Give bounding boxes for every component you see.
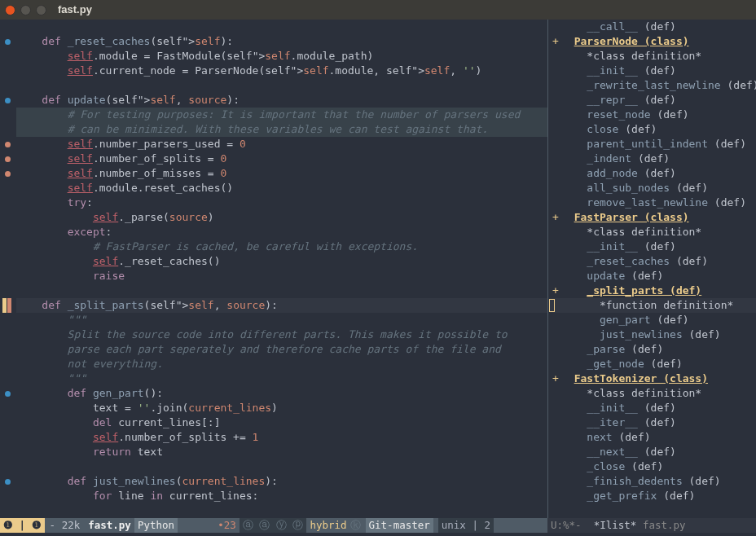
code-line[interactable]: try: — [16, 196, 547, 210]
gutter-mark — [0, 49, 15, 64]
outline-item[interactable]: gen_part (def) — [550, 313, 756, 327]
outline-item[interactable]: + ParserNode (class) — [550, 34, 756, 49]
outline-item[interactable]: *class definition* — [550, 225, 756, 239]
modeline-mode: Python — [134, 518, 178, 533]
outline-item[interactable]: close (def) — [550, 122, 756, 137]
code-line[interactable]: del current_lines[:] — [16, 415, 547, 430]
outline-item[interactable]: __repr__ (def) — [550, 93, 756, 108]
outline-item[interactable]: + FastParser (class) — [550, 210, 756, 225]
outline-item[interactable]: *function definition* — [550, 298, 756, 313]
code-line[interactable]: # FastParser is cached, be careful with … — [16, 239, 547, 254]
outline-item[interactable]: all_sub_nodes (def) — [550, 181, 756, 196]
outline-item[interactable]: just_newlines (def) — [550, 327, 756, 342]
outline-item[interactable]: *class definition* — [550, 49, 756, 64]
code-line[interactable]: def just_newlines(current_lines): — [16, 474, 547, 489]
code-line[interactable]: def gen_part(): — [16, 386, 547, 401]
outline-item[interactable]: next (def) — [550, 430, 756, 445]
modeline-right-prefix: U:%*- — [551, 518, 594, 533]
outline-sidebar[interactable]: __call__ (def)+ ParserNode (class) *clas… — [547, 20, 756, 518]
modeline-size: - 22k — [45, 518, 86, 533]
code-line[interactable]: self._reset_caches() — [16, 254, 547, 269]
gutter-mark — [0, 269, 15, 283]
code-line[interactable]: self.number_parsers_used = 0 — [16, 137, 547, 152]
code-line[interactable]: parse each part seperately and therefore… — [16, 342, 547, 357]
outline-item[interactable]: _reset_caches (def) — [550, 254, 756, 269]
modeline-git: Git-master — [366, 518, 433, 533]
outline-item[interactable]: *class definition* — [550, 386, 756, 401]
outline-item[interactable]: update (def) — [550, 269, 756, 283]
outline-item[interactable]: reset_node (def) — [550, 108, 756, 122]
gutter-mark — [0, 78, 15, 93]
gutter-mark — [0, 64, 15, 78]
outline-item[interactable]: add_node (def) — [550, 166, 756, 181]
outline-cursor-mark — [549, 299, 555, 312]
outline-item[interactable]: _get_node (def) — [550, 357, 756, 371]
code-line[interactable]: def _split_parts(self">self, source): — [16, 298, 547, 313]
code-line[interactable]: # For testing purposes: It is important … — [16, 108, 547, 122]
code-line[interactable]: Split the source code into different par… — [16, 327, 547, 342]
code-line[interactable]: self.module.reset_caches() — [16, 181, 547, 196]
code-line[interactable]: self._parse(source) — [16, 210, 547, 225]
outline-item[interactable]: __init__ (def) — [550, 64, 756, 78]
modeline-k: ⓚ — [350, 518, 361, 533]
gutter-mark — [0, 181, 15, 196]
outline-item[interactable]: _get_prefix (def) — [550, 489, 756, 503]
maximize-icon[interactable] — [36, 5, 46, 15]
gutter-mark — [0, 137, 15, 152]
gutter-mark — [0, 20, 15, 34]
gutter-mark — [0, 474, 15, 489]
code-line[interactable]: # can be minimized. With these variables… — [16, 122, 547, 137]
code-line[interactable]: self.module = FastModule(self">self.modu… — [16, 49, 547, 64]
outline-item[interactable]: + FastTokenizer (class) — [550, 371, 756, 386]
gutter-mark — [0, 459, 15, 474]
code-line[interactable]: self.number_of_misses = 0 — [16, 166, 547, 181]
gutter-mark — [0, 254, 15, 269]
outline-item[interactable]: _indent (def) — [550, 152, 756, 166]
code-line[interactable] — [16, 283, 547, 298]
minimize-icon[interactable] — [20, 5, 31, 15]
outline-item[interactable]: __iter__ (def) — [550, 415, 756, 430]
code-line[interactable]: def _reset_caches(self">self): — [16, 34, 547, 49]
outline-item[interactable]: parent_until_indent (def) — [550, 137, 756, 152]
code-line[interactable]: return text — [16, 445, 547, 459]
outline-item[interactable]: __next__ (def) — [550, 445, 756, 459]
code-line[interactable]: for line in current_lines: — [16, 489, 547, 503]
code-editor[interactable]: def _reset_caches(self">self): self.modu… — [15, 20, 547, 518]
modeline-modified: •23 — [218, 519, 236, 531]
outline-item[interactable]: _rewrite_last_newline (def) — [550, 78, 756, 93]
gutter-mark — [0, 166, 15, 181]
outline-item[interactable]: __call__ (def) — [550, 20, 756, 34]
gutter-mark — [0, 357, 15, 371]
outline-item[interactable]: __init__ (def) — [550, 239, 756, 254]
outline-item[interactable]: + _split_parts (def) — [550, 283, 756, 298]
code-line[interactable]: def update(self">self, source): — [16, 93, 547, 108]
code-line[interactable]: raise — [16, 269, 547, 283]
code-line[interactable] — [16, 459, 547, 474]
outline-item[interactable]: _parse (def) — [550, 342, 756, 357]
gutter-mark — [0, 108, 15, 122]
modeline-hybrid: hybrid — [306, 518, 349, 533]
code-line[interactable] — [16, 20, 547, 34]
gutter-mark — [0, 93, 15, 108]
close-icon[interactable] — [5, 5, 15, 15]
gutter-mark — [0, 342, 15, 357]
gutter-mark — [0, 298, 15, 313]
code-line[interactable]: self.number_of_splits = 0 — [16, 152, 547, 166]
code-line[interactable] — [16, 78, 547, 93]
gutter-mark — [0, 386, 15, 401]
code-line[interactable]: except: — [16, 225, 547, 239]
gutter-mark — [0, 445, 15, 459]
gutter-mark — [0, 34, 15, 49]
code-line[interactable]: """ — [16, 313, 547, 327]
code-line[interactable]: not everything. — [16, 357, 547, 371]
code-line[interactable]: self.current_node = ParserNode(self">sel… — [16, 64, 547, 78]
code-line[interactable]: text = ''.join(current_lines) — [16, 401, 547, 415]
outline-item[interactable]: __init__ (def) — [550, 401, 756, 415]
modeline-enc: unix | 2 — [438, 518, 494, 533]
code-line[interactable]: """ — [16, 371, 547, 386]
gutter-mark — [0, 430, 15, 445]
outline-item[interactable]: _finish_dedents (def) — [550, 474, 756, 489]
outline-item[interactable]: _close (def) — [550, 459, 756, 474]
outline-item[interactable]: remove_last_newline (def) — [550, 196, 756, 210]
code-line[interactable]: self.number_of_splits += 1 — [16, 430, 547, 445]
